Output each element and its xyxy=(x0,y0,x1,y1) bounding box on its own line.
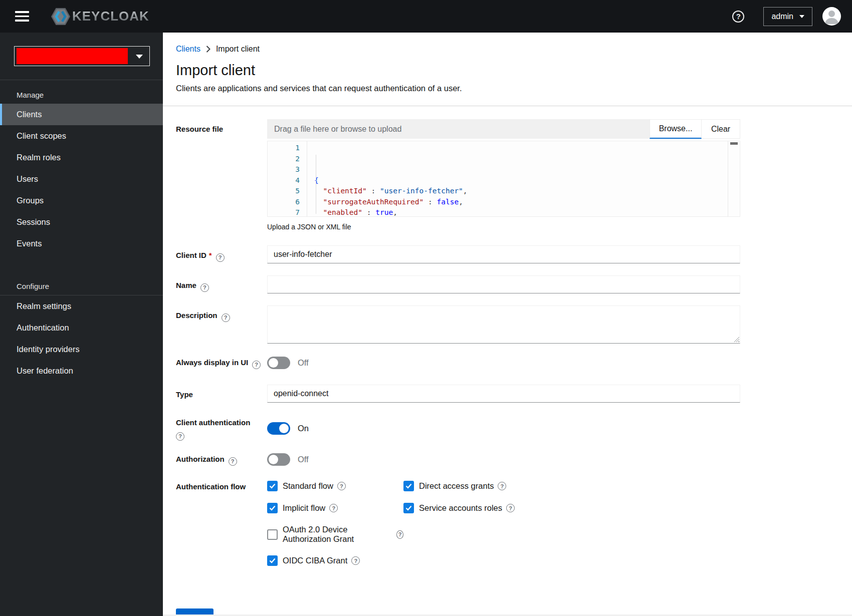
description-help-icon[interactable]: ? xyxy=(222,314,230,322)
always-display-state: Off xyxy=(298,358,309,368)
required-asterisk: * xyxy=(209,251,212,259)
nav-group-gap xyxy=(0,254,163,271)
implicit-flow-help-icon[interactable]: ? xyxy=(329,504,338,512)
chevron-right-icon xyxy=(206,46,210,53)
description-textarea[interactable] xyxy=(267,305,740,344)
checkbox-row: OIDC CIBA Grant? xyxy=(267,555,740,566)
oauth-2-0-device-authorization-grant-label: OAuth 2.0 Device Authorization Grant xyxy=(283,525,392,544)
nav-group-label-manage: Manage xyxy=(0,80,163,104)
upload-helper-text: Upload a JSON or XML file xyxy=(267,223,740,231)
standard-flow-help-icon[interactable]: ? xyxy=(337,482,346,490)
name-input[interactable] xyxy=(267,275,740,293)
authorization-row: Authorization? Off xyxy=(176,453,740,466)
hamburger-menu-icon[interactable] xyxy=(15,11,29,22)
file-upload: Drag a file here or browse to upload Bro… xyxy=(267,119,740,139)
name-row: Name? xyxy=(176,275,740,293)
resource-file-row: Resource file Drag a file here or browse… xyxy=(176,119,740,231)
sidebar-item-events[interactable]: Events xyxy=(0,233,163,254)
top-bar: KEYCLOAK ? admin xyxy=(0,0,852,33)
sidebar-item-user-federation[interactable]: User federation xyxy=(0,360,163,382)
sidebar-item-sessions[interactable]: Sessions xyxy=(0,211,163,233)
sidebar-item-authentication[interactable]: Authentication xyxy=(0,317,163,339)
oidc-ciba-grant-checkbox[interactable] xyxy=(267,555,278,566)
oidc-ciba-grant-help-icon[interactable]: ? xyxy=(351,556,360,565)
always-display-toggle[interactable] xyxy=(267,357,290,369)
editor-scrollbar-thumb[interactable] xyxy=(730,142,738,145)
name-help-icon[interactable]: ? xyxy=(200,283,209,292)
implicit-flow-checkbox[interactable] xyxy=(267,503,278,513)
sidebar-item-realm-settings[interactable]: Realm settings xyxy=(0,295,163,317)
brand-text: KEYCLOAK xyxy=(72,9,149,24)
line-number: 2 xyxy=(268,154,300,165)
type-input[interactable] xyxy=(267,385,740,403)
always-display-help-icon[interactable]: ? xyxy=(252,361,261,369)
user-icon xyxy=(822,7,841,26)
sidebar-item-clients[interactable]: Clients xyxy=(0,104,163,125)
authentication-flow-row: Authentication flow Standard flow?Direct… xyxy=(176,481,740,577)
client-id-label: Client ID xyxy=(176,251,206,259)
client-authentication-help-icon[interactable]: ? xyxy=(176,432,184,441)
service-accounts-roles-help-icon[interactable]: ? xyxy=(506,504,515,512)
oauth-2-0-device-authorization-grant-checkbox[interactable] xyxy=(267,529,278,540)
standard-flow-checkbox[interactable] xyxy=(267,481,278,491)
section-divider xyxy=(163,106,852,106)
line-number: 1 xyxy=(268,143,300,154)
client-authentication-toggle[interactable] xyxy=(267,422,290,435)
code-line-3: "surrogateAuthRequired" : false, xyxy=(314,197,516,208)
checkbox-option-direct-access-grants: Direct access grants? xyxy=(403,481,506,491)
always-display-label: Always display in UI xyxy=(176,358,248,367)
user-menu-label: admin xyxy=(771,12,793,21)
user-menu-dropdown[interactable]: admin xyxy=(763,7,812,26)
breadcrumb-clients-link[interactable]: Clients xyxy=(176,45,200,54)
code-line-4: "enabled" : true, xyxy=(314,207,516,217)
type-label: Type xyxy=(176,390,193,399)
keycloak-hexagon-icon xyxy=(50,7,71,26)
editor-scrollbar[interactable] xyxy=(728,141,740,216)
client-id-help-icon[interactable]: ? xyxy=(216,253,225,262)
authorization-toggle[interactable] xyxy=(267,453,290,466)
implicit-flow-label: Implicit flow xyxy=(283,503,325,513)
client-id-input[interactable] xyxy=(267,245,740,263)
clear-button[interactable]: Clear xyxy=(702,119,740,139)
direct-access-grants-label: Direct access grants xyxy=(419,481,494,491)
checkbox-row: Implicit flow?Service accounts roles? xyxy=(267,503,740,513)
direct-access-grants-checkbox[interactable] xyxy=(403,481,414,491)
sidebar-nav: ManageClientsClient scopesRealm rolesUse… xyxy=(0,80,163,382)
breadcrumb-current: Import client xyxy=(216,45,260,54)
sidebar-item-groups[interactable]: Groups xyxy=(0,190,163,211)
authorization-help-icon[interactable]: ? xyxy=(229,457,237,466)
line-number: 3 xyxy=(268,164,300,175)
name-label: Name xyxy=(176,281,196,289)
avatar[interactable] xyxy=(822,7,841,26)
sidebar-item-identity-providers[interactable]: Identity providers xyxy=(0,339,163,360)
checkbox-row: OAuth 2.0 Device Authorization Grant? xyxy=(267,525,740,544)
sidebar: ManageClientsClient scopesRealm rolesUse… xyxy=(0,33,163,616)
description-label: Description xyxy=(176,311,218,320)
indent-guide xyxy=(316,155,316,214)
browse-button[interactable]: Browse... xyxy=(650,119,702,139)
help-icon[interactable]: ? xyxy=(732,11,744,23)
sidebar-item-realm-roles[interactable]: Realm roles xyxy=(0,147,163,168)
authorization-state: Off xyxy=(298,455,309,464)
direct-access-grants-help-icon[interactable]: ? xyxy=(498,482,506,490)
resource-file-label: Resource file xyxy=(176,119,267,231)
service-accounts-roles-label: Service accounts roles xyxy=(419,503,502,513)
client-id-row: Client ID*? xyxy=(176,245,740,263)
page-subtitle: Clients are applications and services th… xyxy=(176,84,852,93)
description-row: Description? xyxy=(176,305,740,344)
code-line-1: { xyxy=(314,175,516,186)
oidc-ciba-grant-label: OIDC CIBA Grant xyxy=(283,556,347,565)
authorization-label: Authorization xyxy=(176,455,225,463)
code-editor[interactable]: 1234567 { "clientId" : "user-info-fetche… xyxy=(267,141,740,217)
editor-code[interactable]: { "clientId" : "user-info-fetcher", "sur… xyxy=(307,141,516,216)
file-upload-dropzone[interactable]: Drag a file here or browse to upload xyxy=(267,119,650,139)
service-accounts-roles-checkbox[interactable] xyxy=(403,503,414,513)
type-row: Type xyxy=(176,385,740,403)
realm-selector[interactable] xyxy=(14,46,150,66)
sidebar-item-users[interactable]: Users xyxy=(0,168,163,190)
line-number: 7 xyxy=(268,207,300,217)
checkbox-option-oauth-2-0-device-authorization-grant: OAuth 2.0 Device Authorization Grant? xyxy=(267,525,403,544)
checkbox-option-oidc-ciba-grant: OIDC CIBA Grant? xyxy=(267,555,403,566)
oauth-2-0-device-authorization-grant-help-icon[interactable]: ? xyxy=(396,530,403,539)
sidebar-item-client-scopes[interactable]: Client scopes xyxy=(0,125,163,147)
